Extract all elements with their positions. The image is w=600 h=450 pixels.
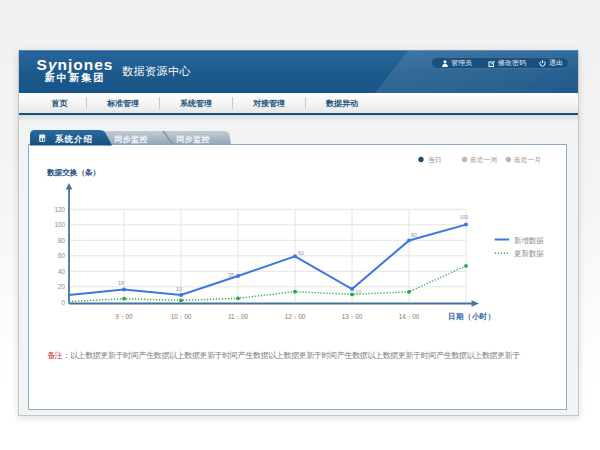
svg-text:100: 100	[54, 221, 65, 228]
svg-text:13：00: 13：00	[342, 313, 363, 320]
svg-text:新增数据: 新增数据	[514, 236, 544, 245]
svg-text:120: 120	[54, 206, 65, 213]
svg-text:11：00: 11：00	[228, 313, 248, 320]
svg-text:系统介绍: 系统介绍	[54, 134, 93, 144]
svg-text:100: 100	[460, 214, 469, 220]
svg-text:10：00: 10：00	[171, 313, 192, 320]
svg-text:20: 20	[58, 283, 66, 290]
svg-text:14：00: 14：00	[399, 313, 420, 320]
svg-text:当日: 当日	[428, 156, 442, 164]
svg-text:日期（小时）: 日期（小时）	[448, 312, 495, 321]
svg-text:80: 80	[411, 232, 417, 238]
svg-text:40: 40	[58, 268, 66, 275]
svg-text:同步监控: 同步监控	[114, 135, 148, 144]
svg-text:10: 10	[176, 286, 182, 292]
svg-text:80: 80	[58, 237, 66, 244]
svg-text:0: 0	[61, 299, 65, 306]
svg-text:同步监控: 同步监控	[176, 135, 210, 144]
svg-text:10: 10	[356, 289, 362, 295]
svg-text:18: 18	[118, 280, 124, 286]
svg-text:12：00: 12：00	[285, 313, 306, 320]
svg-text:9：00: 9：00	[116, 313, 133, 320]
svg-text:最近一月: 最近一月	[513, 156, 541, 164]
svg-text:60: 60	[298, 250, 304, 256]
svg-text:数据交换（条）: 数据交换（条）	[46, 168, 100, 177]
svg-text:最近一周: 最近一周	[469, 156, 497, 163]
svg-text:35: 35	[228, 272, 234, 278]
svg-text:60: 60	[58, 252, 66, 259]
svg-text:更新数据: 更新数据	[514, 249, 544, 258]
